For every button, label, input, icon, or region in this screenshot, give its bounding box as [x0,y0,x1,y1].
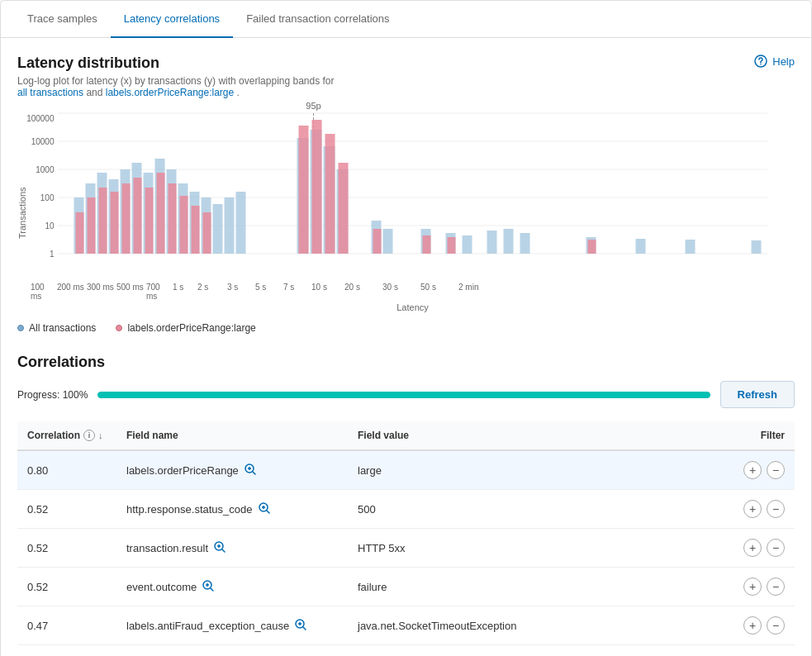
svg-rect-64 [423,235,431,254]
svg-text:1: 1 [50,250,55,259]
svg-point-1 [760,64,762,65]
filter-include-button[interactable]: + [743,539,762,557]
filter-include-button[interactable]: + [743,578,762,596]
svg-rect-60 [312,120,322,254]
table-row: 0.52 http.response.status_code 500 [17,490,795,529]
svg-rect-55 [169,183,177,254]
table-row: 0.47 labels.antiFraud_exception org.spri… [17,645,795,657]
svg-rect-50 [111,192,119,254]
svg-rect-66 [588,240,596,254]
correlations-table: Correlation i ↓ Field name Field value F… [17,421,795,656]
svg-rect-51 [122,183,131,254]
svg-rect-59 [299,126,309,254]
field-search-icon[interactable] [244,463,257,478]
filter-include-button[interactable]: + [743,500,762,518]
tab-latency-correlations[interactable]: Latency correlations [111,1,233,38]
filter-actions: + − [712,450,795,490]
chart-svg: 1 10 100 1000 10000 100000 95p [31,113,795,278]
field-search-icon[interactable] [258,502,271,517]
correlation-info-icon[interactable]: i [83,430,95,441]
help-icon [754,55,767,68]
table-body: 0.80 labels.orderPriceRange large [17,450,795,656]
filter-exclude-button[interactable]: − [767,461,785,479]
field-name-text: transaction.result [126,542,208,554]
latency-section-header: Latency distribution Log-log plot for la… [17,55,795,100]
chart-wrapper: Transactions 1 10 [17,113,795,312]
svg-rect-30 [236,192,246,254]
correlation-value: 0.52 [17,568,116,606]
refresh-button[interactable]: Refresh [720,381,795,408]
filter-include-button[interactable]: + [743,461,762,479]
svg-text:95p: 95p [306,101,321,111]
field-search-icon[interactable] [202,579,215,595]
correlations-section: Correlations Progress: 100% Refresh Corr… [17,354,795,656]
tab-failed-transaction-correlations[interactable]: Failed transaction correlations [233,1,402,38]
table-header-row: Correlation i ↓ Field name Field value F… [17,421,795,450]
latency-title: Latency distribution [17,55,335,72]
progress-label: Progress: 100% [17,389,88,401]
th-filter: Filter [712,421,795,450]
table-row: 0.47 labels.antiFraud_exception_cause ja… [17,606,795,645]
progress-container: Progress: 100% Refresh [17,381,795,408]
all-transactions-link[interactable]: all transactions [17,87,83,98]
main-content: Latency distribution Log-log plot for la… [1,38,811,656]
svg-text:10000: 10000 [31,137,55,146]
correlation-value: 0.80 [17,450,116,490]
svg-rect-49 [99,188,107,254]
legend-all-transactions: All transactions [17,322,96,334]
subtitle-and: and [86,87,105,98]
table-row: 0.52 event.outcome failure [17,568,795,606]
tabs-bar: Trace samples Latency correlations Faile… [1,1,811,38]
svg-line-80 [211,588,213,591]
field-name-cell: http.response.status_code [116,490,348,529]
svg-rect-29 [225,197,235,254]
svg-rect-56 [180,196,188,254]
filter-actions: + − [712,490,795,529]
field-name-cell: event.outcome [116,568,348,606]
filter-exclude-button[interactable]: − [767,539,785,557]
svg-text:100: 100 [40,193,55,202]
chart-legend: All transactions labels.orderPriceRange:… [17,322,795,334]
svg-rect-45 [686,240,696,254]
sort-down-icon[interactable]: ↓ [98,430,103,440]
field-value-text: large [348,450,712,490]
field-value-text: HTTP 5xx [348,529,712,568]
legend-all-transactions-label: All transactions [29,322,96,334]
correlation-value: 0.47 [17,645,116,657]
chart-container: Transactions 1 10 [17,113,795,312]
filter-actions: + − [712,645,795,657]
svg-rect-36 [383,229,393,254]
subtitle-text: Log-log plot for latency (x) by transact… [17,75,335,87]
filter-exclude-button[interactable]: − [767,578,785,596]
svg-rect-54 [157,173,165,254]
help-button[interactable]: Help [754,55,795,68]
filter-exclude-button[interactable]: − [767,500,785,518]
svg-rect-61 [325,134,335,254]
svg-rect-52 [134,178,142,254]
order-price-range-link[interactable]: labels.orderPriceRange:large [106,87,234,98]
svg-text:1000: 1000 [36,165,55,174]
field-name-cell: labels.antiFraud_exception [116,645,348,657]
filter-actions: + − [712,606,795,645]
th-field-value: Field value [348,421,712,450]
svg-text:100000: 100000 [26,114,55,123]
field-value-text: org.springframework.web.client.ResourceA… [348,645,712,657]
svg-line-76 [222,549,225,552]
field-search-icon[interactable] [294,618,307,634]
table-row: 0.80 labels.orderPriceRange large [17,450,795,490]
table-header: Correlation i ↓ Field name Field value F… [17,421,795,450]
svg-rect-41 [504,229,514,254]
tab-trace-samples[interactable]: Trace samples [14,1,111,38]
field-name-text: labels.antiFraud_exception_cause [126,620,289,632]
th-correlation-label: Correlation [27,430,80,441]
field-search-icon[interactable] [213,540,226,556]
field-name-text: event.outcome [126,581,197,593]
filter-exclude-button[interactable]: − [767,616,785,635]
svg-rect-46 [752,240,762,254]
field-name-text: http.response.status_code [126,503,253,516]
svg-text:10: 10 [45,221,55,231]
filter-include-button[interactable]: + [743,616,762,635]
svg-rect-44 [636,239,646,254]
field-name-cell: labels.orderPriceRange [116,450,348,490]
table-row: 0.52 transaction.result HTTP 5xx [17,529,795,568]
